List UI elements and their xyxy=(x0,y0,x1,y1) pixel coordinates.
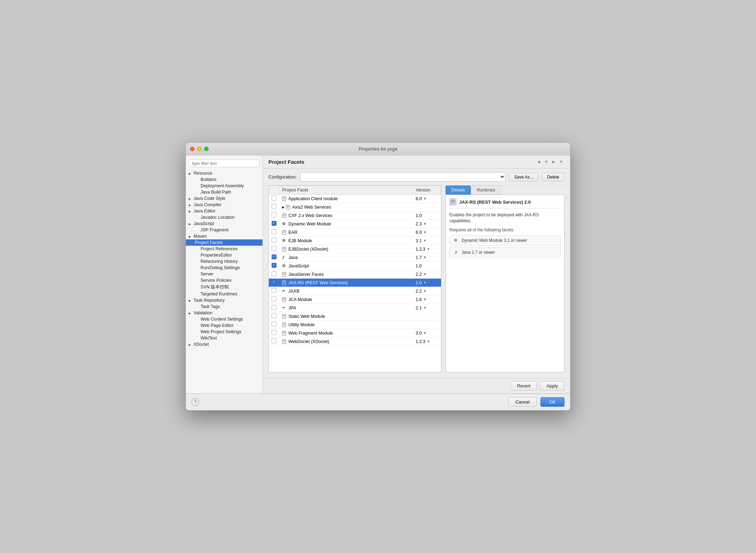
facet-checkbox[interactable] xyxy=(272,338,276,343)
facet-checkbox[interactable] xyxy=(272,246,276,251)
sidebar-item-validation[interactable]: Validation xyxy=(186,310,262,316)
facet-checkbox[interactable] xyxy=(272,238,276,243)
table-row[interactable]: EJBDoclet (XDoclet)1.2.3▼ xyxy=(269,245,441,253)
sidebar-item-server[interactable]: Server xyxy=(186,271,262,277)
cancel-button[interactable]: Cancel xyxy=(508,397,537,407)
sidebar-item-java-code-style[interactable]: Java Code Style xyxy=(186,195,262,202)
version-dropdown-icon[interactable]: ▼ xyxy=(423,281,427,285)
maximize-button[interactable] xyxy=(204,147,209,151)
table-row[interactable]: Static Web Module xyxy=(269,312,441,321)
filter-input[interactable] xyxy=(189,160,260,167)
sidebar-item-deployment-assembly[interactable]: Deployment Assembly xyxy=(186,183,262,189)
toolbar-dropdown-icon[interactable]: ▼ xyxy=(558,159,565,165)
version-dropdown-icon[interactable]: ▼ xyxy=(423,289,427,293)
table-row[interactable]: ⇔JAXB2.2▼ xyxy=(269,287,441,295)
sidebar-item-builders[interactable]: Builders xyxy=(186,176,262,183)
version-dropdown-icon[interactable]: ▼ xyxy=(423,255,427,259)
sidebar-item-web-page-editor[interactable]: Web Page Editor xyxy=(186,322,262,329)
table-row[interactable]: WebDoclet (XDoclet)1.2.3▼ xyxy=(269,337,441,346)
table-row[interactable]: JJava1.7▼ xyxy=(269,253,441,262)
table-row[interactable]: JCA Module1.6▼ xyxy=(269,295,441,304)
version-dropdown-icon[interactable]: ▼ xyxy=(423,230,427,234)
facet-checkbox[interactable] xyxy=(272,229,276,234)
facet-checkbox[interactable] xyxy=(272,305,276,310)
version-dropdown-icon[interactable]: ▼ xyxy=(427,340,430,343)
table-row[interactable]: JavaServer Faces2.2▼ xyxy=(269,270,441,279)
version-dropdown-icon[interactable]: ▼ xyxy=(423,298,427,301)
ok-button[interactable]: OK xyxy=(540,397,565,407)
gear-icon: ⚙ xyxy=(282,222,287,226)
table-row[interactable]: Utility Module xyxy=(269,321,441,329)
sidebar-item-project-facets[interactable]: Project Facets xyxy=(186,239,262,246)
sidebar-item-properties-editor[interactable]: PropertiesEditor xyxy=(186,252,262,258)
table-row[interactable]: JAX-RS (REST Web Services)2.0▼ xyxy=(269,279,441,287)
table-row[interactable]: ⚙EJB Module3.1▼ xyxy=(269,237,441,245)
apply-button[interactable]: Apply xyxy=(540,381,565,391)
facet-checkbox[interactable] xyxy=(272,313,276,318)
sidebar-item-targeted-runtimes[interactable]: Targeted Runtimes xyxy=(186,291,262,297)
version-dropdown-icon[interactable]: ▼ xyxy=(423,222,427,226)
sidebar-item-xdoclet[interactable]: XDoclet xyxy=(186,341,262,348)
facet-checkbox[interactable] xyxy=(272,288,276,293)
toolbar-forward-icon[interactable]: ▶ xyxy=(551,159,556,165)
minimize-button[interactable] xyxy=(197,147,202,151)
facet-checkbox[interactable] xyxy=(272,196,276,201)
sidebar-item-java-build-path[interactable]: Java Build Path xyxy=(186,189,262,195)
table-row[interactable]: ⇔JPA2.1▼ xyxy=(269,304,441,312)
sidebar-item-java-editor[interactable]: Java Editor xyxy=(186,208,262,214)
table-row[interactable]: ⚙Dynamic Web Module2.3▼ xyxy=(269,220,441,228)
facet-checkbox[interactable] xyxy=(272,271,276,276)
sidebar-item-java-compiler[interactable]: Java Compiler xyxy=(186,202,262,208)
table-row[interactable]: EAR6.0▼ xyxy=(269,228,441,237)
facet-name-cell: ⚙Dynamic Web Module xyxy=(279,220,413,228)
sidebar-item-resource[interactable]: Resource xyxy=(186,170,262,176)
sidebar-item-run-debug-settings[interactable]: Run/Debug Settings xyxy=(186,265,262,271)
help-button[interactable]: ? xyxy=(191,398,199,406)
table-row[interactable]: Application Client module6.0▼ xyxy=(269,195,441,203)
version-value: 3.1 xyxy=(416,238,422,243)
facet-checkbox[interactable] xyxy=(272,212,276,217)
sidebar-item-wikitext[interactable]: WikiText xyxy=(186,335,262,341)
facet-checkbox[interactable] xyxy=(272,296,276,301)
delete-button[interactable]: Delete xyxy=(542,173,565,181)
expand-icon[interactable]: ▶ xyxy=(282,205,285,209)
sidebar-item-web-content-settings[interactable]: Web Content Settings xyxy=(186,316,262,322)
table-row[interactable]: ⚙JavaScript1.0 xyxy=(269,262,441,270)
facet-checkbox[interactable] xyxy=(272,263,276,268)
facet-checkbox[interactable] xyxy=(272,204,276,209)
version-dropdown-icon[interactable]: ▼ xyxy=(423,306,427,310)
facet-checkbox[interactable] xyxy=(272,322,276,327)
toolbar-menu-icon[interactable]: ▼ xyxy=(543,159,550,165)
version-dropdown-icon[interactable]: ▼ xyxy=(423,331,427,335)
config-select[interactable] xyxy=(300,172,505,182)
version-dropdown-icon[interactable]: ▼ xyxy=(427,247,430,251)
sidebar-item-javascript[interactable]: JavaScript xyxy=(186,220,262,227)
version-dropdown-icon[interactable]: ▼ xyxy=(423,272,427,276)
facet-checkbox[interactable] xyxy=(272,330,276,335)
facet-checkbox[interactable] xyxy=(272,280,276,285)
sidebar-item-task-tags[interactable]: Task Tags xyxy=(186,303,262,310)
version-dropdown-icon[interactable]: ▼ xyxy=(423,239,427,243)
toolbar-back-icon[interactable]: ◀ xyxy=(536,159,541,165)
sidebar-item-project-references[interactable]: Project References xyxy=(186,246,262,252)
facet-checkbox[interactable] xyxy=(272,254,276,259)
sidebar-item-svn[interactable]: SVN 版本控制 xyxy=(186,284,262,291)
sidebar-item-service-policies[interactable]: Service Policies xyxy=(186,277,262,284)
sidebar-item-jsp-fragment[interactable]: JSP Fragment xyxy=(186,227,262,233)
facet-checkbox[interactable] xyxy=(272,221,276,226)
sidebar-item-web-project-settings[interactable]: Web Project Settings xyxy=(186,329,262,335)
sidebar-item-refactoring-history[interactable]: Refactoring History xyxy=(186,258,262,265)
tab-details[interactable]: Details xyxy=(446,186,471,195)
save-as-button[interactable]: Save As... xyxy=(509,173,538,181)
table-row[interactable]: CXF 2.x Web Services1.0 xyxy=(269,211,441,220)
table-row[interactable]: ▶ Axis2 Web Services xyxy=(269,203,441,211)
sidebar-item-task-repository[interactable]: Task Repository xyxy=(186,297,262,303)
sidebar-item-maven[interactable]: Maven xyxy=(186,233,262,239)
sidebar-item-javadoc-location[interactable]: Javadoc Location xyxy=(186,214,262,220)
revert-button[interactable]: Revert xyxy=(510,381,537,391)
page-icon xyxy=(282,322,287,327)
close-button[interactable] xyxy=(190,147,195,151)
version-dropdown-icon[interactable]: ▼ xyxy=(423,197,427,201)
tab-runtimes[interactable]: Runtimes xyxy=(471,186,501,195)
table-row[interactable]: Web Fragment Module3.0▼ xyxy=(269,329,441,337)
